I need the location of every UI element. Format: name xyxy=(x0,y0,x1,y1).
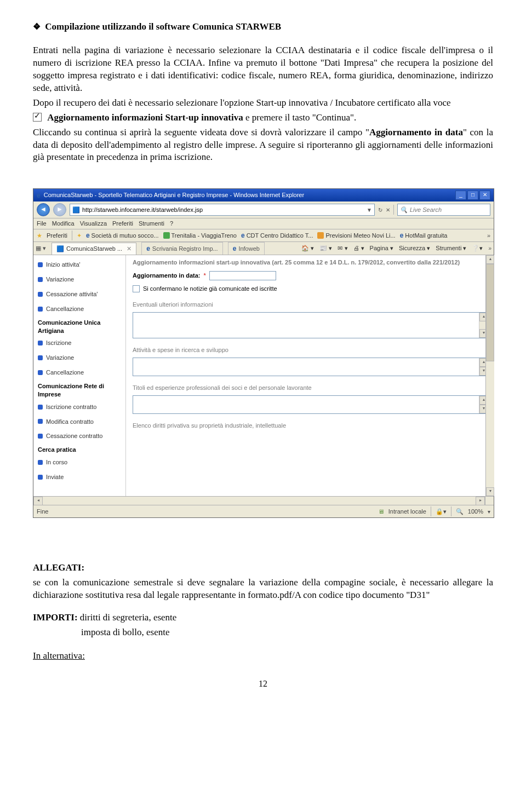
sidebar: Inizio attivita' Variazione Cessazione a… xyxy=(33,255,126,496)
menu-strumenti[interactable]: Strumenti xyxy=(139,220,164,228)
fav-link-5[interactable]: eHotMail gratuita xyxy=(400,231,448,240)
zoom-icon[interactable]: 🔍 xyxy=(456,508,464,516)
favorites-menu-icon[interactable]: ✦ xyxy=(77,232,82,240)
textarea-titoli[interactable] xyxy=(133,395,488,414)
trenitalia-icon xyxy=(163,232,170,239)
fav-link-3[interactable]: eCDT Centro Didattico T... xyxy=(241,231,313,240)
favorites-bar: ★ Preferiti ✦ eSocietà di mutuo socco...… xyxy=(33,229,494,242)
sidebar-item[interactable]: Cessazione contratto xyxy=(33,429,125,444)
url-input[interactable]: 🟦 http://starweb.infocamere.it/starweb/i… xyxy=(70,204,375,216)
importi-line1: IMPORTI: diritti di segreteria, esente xyxy=(33,612,493,624)
zoom-dropdown-icon[interactable]: ▾ xyxy=(488,508,490,516)
status-left: Fine xyxy=(37,508,48,516)
back-button[interactable]: ◄ xyxy=(37,203,50,216)
sidebar-item[interactable]: Inviate xyxy=(33,470,125,485)
allegati-text: se con la comunicazione semestrale si de… xyxy=(33,577,493,602)
search-input[interactable]: 🔍 Live Search xyxy=(397,204,490,216)
star-icon[interactable]: ★ xyxy=(37,232,42,240)
square-icon xyxy=(38,307,43,312)
tool-help-icon[interactable]: ❔▾ xyxy=(472,244,483,252)
ie-logo-icon: e xyxy=(37,191,41,200)
textarea-ricerca[interactable] xyxy=(133,358,488,376)
importi-title: IMPORTI: xyxy=(33,612,78,623)
textarea-info[interactable] xyxy=(133,312,488,338)
sidebar-heading: Comunicazione Unica Artigiana xyxy=(33,316,125,336)
minimize-button[interactable]: _ xyxy=(455,191,466,200)
square-icon xyxy=(38,405,43,410)
tool-print-icon[interactable]: 🖨 ▾ xyxy=(353,244,364,252)
checkbox-confirm-label: Si confermano le notizie già comunicate … xyxy=(143,285,277,293)
h-scrollbar[interactable]: ◂ ▸ xyxy=(33,496,494,505)
tool-sicurezza[interactable]: Sicurezza ▾ xyxy=(399,244,430,252)
menu-help[interactable]: ? xyxy=(170,220,173,228)
tool-strumenti[interactable]: Strumenti ▾ xyxy=(436,244,466,252)
forward-button[interactable]: ► xyxy=(53,203,66,216)
tool-mail-icon[interactable]: ✉ ▾ xyxy=(338,244,347,252)
fav-link-2[interactable]: Trenitalia - ViaggiaTreno xyxy=(163,232,237,240)
overflow-icon[interactable]: » xyxy=(488,245,491,252)
overflow-icon[interactable]: » xyxy=(487,232,490,240)
tool-feeds-icon[interactable]: 📰 ▾ xyxy=(319,244,332,252)
tool-pagina[interactable]: Pagina ▾ xyxy=(370,244,393,252)
allegati-title: ALLEGATI: xyxy=(33,562,84,573)
sidebar-item[interactable]: Variazione xyxy=(33,350,125,365)
ie-icon: e xyxy=(146,244,150,253)
status-bar: Fine 🖥 Intranet locale 🔒▾ 🔍 100% ▾ xyxy=(33,505,494,517)
sidebar-item[interactable]: In corso xyxy=(33,455,125,470)
sidebar-item[interactable]: Iscrizione contratto xyxy=(33,400,125,414)
tab-bar: ▦ ▾ 🟦 ComunicaStarweb ... ✕ e Scrivania … xyxy=(33,242,494,255)
paragraph-2: Dopo il recupero dei dati è necessario s… xyxy=(33,97,493,110)
tab-2[interactable]: e Scrivania Registro Imp... xyxy=(141,242,223,255)
required-mark: * xyxy=(203,272,205,280)
favorites-label: Preferiti xyxy=(47,232,67,240)
ie-icon: e xyxy=(233,244,237,253)
menu-modifica[interactable]: Modifica xyxy=(52,220,75,228)
url-dropdown-icon[interactable]: ▼ xyxy=(367,206,372,214)
sidebar-item[interactable]: Cancellazione xyxy=(33,302,125,316)
tab-favicon: 🟦 xyxy=(56,245,64,253)
tab-active[interactable]: 🟦 ComunicaStarweb ... ✕ xyxy=(52,243,136,255)
input-date[interactable] xyxy=(209,271,276,280)
close-button[interactable]: ✕ xyxy=(479,191,490,200)
tab-close-icon[interactable]: ✕ xyxy=(127,245,132,253)
textarea-wrap: ▴▾ xyxy=(133,358,488,376)
search-placeholder: Live Search xyxy=(410,206,442,214)
fav-link-4[interactable]: Previsioni Meteo Novi Li... xyxy=(317,232,395,240)
section-label: Attività e spese in ricerca e sviluppo xyxy=(133,346,488,354)
menu-file[interactable]: File xyxy=(37,220,47,228)
paragraph-3: Aggiornamento informazioni Start-up inno… xyxy=(33,112,493,124)
square-icon xyxy=(38,419,43,424)
checkbox-icon xyxy=(33,113,42,122)
meteo-icon xyxy=(317,232,324,239)
menu-preferiti[interactable]: Preferiti xyxy=(112,220,133,228)
square-icon xyxy=(38,355,43,360)
tab-grid-icon[interactable]: ▦ ▾ xyxy=(36,244,46,252)
checkbox-confirm[interactable] xyxy=(133,285,140,292)
fav-link-1[interactable]: eSocietà di mutuo socco... xyxy=(86,231,159,240)
tab-3[interactable]: e Infoweb xyxy=(228,242,265,255)
paragraph-1: Entrati nella pagina di variazione è nec… xyxy=(33,44,493,95)
textarea-wrap: ▴▾ xyxy=(133,312,488,338)
section-label: Titoli ed esperienze professionali dei s… xyxy=(133,384,488,392)
sidebar-item[interactable]: Cancellazione xyxy=(33,365,125,380)
importi-line2: imposta di bollo, esente xyxy=(33,626,493,639)
sidebar-item[interactable]: Cessazione attivita' xyxy=(33,287,125,302)
ie-icon: e xyxy=(241,231,245,240)
stop-icon[interactable]: ✕ xyxy=(386,206,390,214)
paragraph-3-bold: Aggiornamento informazioni Start-up inno… xyxy=(47,112,243,123)
sidebar-item[interactable]: Modifica contratto xyxy=(33,414,125,429)
sidebar-item[interactable]: Iscrizione xyxy=(33,336,125,350)
window-title: ComunicaStarweb - Sportello Telematico A… xyxy=(44,191,304,199)
tab-1-label: ComunicaStarweb ... xyxy=(66,245,122,253)
tool-home-icon[interactable]: 🏠 ▾ xyxy=(301,244,314,252)
sidebar-item[interactable]: Variazione xyxy=(33,272,125,287)
page-scrollbar[interactable]: ▴ ▾ xyxy=(485,255,494,496)
menu-visualizza[interactable]: Visualizza xyxy=(80,220,107,228)
menu-bar: File Modifica Visualizza Preferiti Strum… xyxy=(33,218,494,229)
refresh-icon[interactable]: ↻ xyxy=(378,206,382,214)
maximize-button[interactable]: □ xyxy=(467,191,478,200)
sidebar-item[interactable]: Inizio attivita' xyxy=(33,257,125,272)
allegati: ALLEGATI: xyxy=(33,562,493,574)
zoom-value: 100% xyxy=(468,508,483,516)
square-icon xyxy=(38,292,43,297)
